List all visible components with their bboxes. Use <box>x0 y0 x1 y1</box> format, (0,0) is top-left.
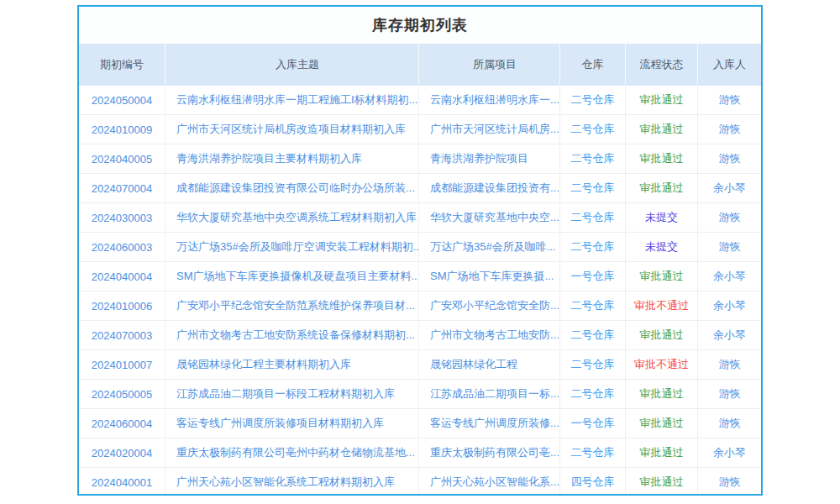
cell-project-link[interactable]: 广州天心苑小区智能化系... <box>419 468 560 496</box>
cell-project-link[interactable]: 成都能源建设集团投资有... <box>419 174 560 202</box>
cell-inbound-subject-link[interactable]: 云南水利枢纽潜明水库一期工程施工I标材料期初... <box>165 86 419 114</box>
cell-project-link[interactable]: 云南水利枢纽潜明水库一... <box>419 86 560 114</box>
table-row: 2024040001 广州天心苑小区智能化系统工程材料期初入库 广州天心苑小区智… <box>79 468 761 496</box>
header-inbound-subject: 入库主题 <box>165 44 419 86</box>
cell-flow-status: 审批通过 <box>626 144 698 173</box>
cell-warehouse: 二号仓库 <box>560 350 626 379</box>
cell-inbound-person: 游恢 <box>698 144 761 173</box>
cell-warehouse: 二号仓库 <box>560 144 626 173</box>
cell-inbound-person: 游恢 <box>698 203 761 232</box>
table-row: 2024070004 成都能源建设集团投资有限公司临时办公场所装... 成都能源… <box>79 174 761 203</box>
table-row: 2024060004 客运专线广州调度所装修项目材料期初入库 客运专线广州调度所… <box>79 409 761 438</box>
cell-initial-number-link[interactable]: 2024050004 <box>79 86 165 114</box>
cell-warehouse: 二号仓库 <box>560 174 626 202</box>
cell-project-link[interactable]: 客运专线广州调度所装修... <box>419 409 560 438</box>
cell-inbound-subject-link[interactable]: 客运专线广州调度所装修项目材料期初入库 <box>165 409 419 438</box>
cell-project-link[interactable]: 晟铭园林绿化工程 <box>419 350 560 379</box>
cell-flow-status: 未提交 <box>626 233 698 261</box>
cell-warehouse: 一号仓库 <box>560 262 626 291</box>
cell-initial-number-link[interactable]: 2024050005 <box>79 380 165 408</box>
cell-flow-status: 审批通过 <box>626 174 698 202</box>
cell-initial-number-link[interactable]: 2024070003 <box>79 321 165 349</box>
cell-inbound-person: 游恢 <box>698 409 761 438</box>
cell-warehouse: 二号仓库 <box>560 291 626 320</box>
cell-inbound-subject-link[interactable]: SM广场地下车库更换摄像机及硬盘项目主要材料... <box>165 262 419 291</box>
cell-flow-status: 审批通过 <box>626 262 698 291</box>
cell-flow-status: 审批不通过 <box>626 350 698 379</box>
cell-flow-status: 审批通过 <box>626 321 698 349</box>
cell-warehouse: 二号仓库 <box>560 380 626 408</box>
cell-inbound-subject-link[interactable]: 广州市天河区统计局机房改造项目材料期初入库 <box>165 115 419 144</box>
cell-warehouse: 二号仓库 <box>560 115 626 144</box>
cell-initial-number-link[interactable]: 2024020004 <box>79 438 165 467</box>
header-project: 所属项目 <box>419 44 560 86</box>
cell-inbound-person: 余小琴 <box>698 291 761 320</box>
cell-inbound-person: 游恢 <box>698 380 761 408</box>
cell-inbound-subject-link[interactable]: 成都能源建设集团投资有限公司临时办公场所装... <box>165 174 419 202</box>
cell-flow-status: 审批通过 <box>626 438 698 467</box>
cell-initial-number-link[interactable]: 2024040004 <box>79 262 165 291</box>
table-row: 2024030003 华软大厦研究基地中央空调系统工程材料期初入库 华软大厦研究… <box>79 203 761 233</box>
cell-inbound-subject-link[interactable]: 江苏成品油二期项目一标段工程材料期初入库 <box>165 380 419 408</box>
cell-flow-status: 审批通过 <box>626 115 698 144</box>
cell-inbound-person: 余小琴 <box>698 321 761 349</box>
table-row: 2024050005 江苏成品油二期项目一标段工程材料期初入库 江苏成品油二期项… <box>79 380 761 409</box>
cell-initial-number-link[interactable]: 2024040005 <box>79 144 165 173</box>
cell-inbound-subject-link[interactable]: 广州天心苑小区智能化系统工程材料期初入库 <box>165 468 419 496</box>
cell-inbound-subject-link[interactable]: 华软大厦研究基地中央空调系统工程材料期初入库 <box>165 203 419 232</box>
cell-initial-number-link[interactable]: 2024060004 <box>79 409 165 438</box>
cell-inbound-subject-link[interactable]: 晟铭园林绿化工程主要材料期初入库 <box>165 350 419 379</box>
cell-inbound-subject-link[interactable]: 广安邓小平纪念馆安全防范系统维护保养项目材... <box>165 291 419 320</box>
cell-inbound-subject-link[interactable]: 重庆太极制药有限公司亳州中药材仓储物流基地... <box>165 438 419 467</box>
header-initial-number: 期初编号 <box>79 44 165 86</box>
cell-initial-number-link[interactable]: 2024040001 <box>79 468 165 496</box>
cell-initial-number-link[interactable]: 2024010006 <box>79 291 165 320</box>
header-inbound-person: 入库人 <box>698 44 761 86</box>
cell-warehouse: 一号仓库 <box>560 409 626 438</box>
cell-flow-status: 审批通过 <box>626 380 698 408</box>
cell-warehouse: 二号仓库 <box>560 321 626 349</box>
table-row: 2024020004 重庆太极制药有限公司亳州中药材仓储物流基地... 重庆太极… <box>79 438 761 468</box>
cell-initial-number-link[interactable]: 2024010009 <box>79 115 165 144</box>
cell-project-link[interactable]: 青海洪湖养护院项目 <box>419 144 560 173</box>
cell-project-link[interactable]: 江苏成品油二期项目一标... <box>419 380 560 408</box>
cell-inbound-subject-link[interactable]: 青海洪湖养护院项目主要材料期初入库 <box>165 144 419 173</box>
cell-project-link[interactable]: 广州市文物考古工地安防... <box>419 321 560 349</box>
cell-initial-number-link[interactable]: 2024070004 <box>79 174 165 202</box>
table-row: 2024070003 广州市文物考古工地安防系统设备保修材料期初... 广州市文… <box>79 321 761 350</box>
cell-initial-number-link[interactable]: 2024030003 <box>79 203 165 232</box>
header-warehouse: 仓库 <box>560 44 626 86</box>
cell-inbound-subject-link[interactable]: 广州市文物考古工地安防系统设备保修材料期初... <box>165 321 419 349</box>
cell-initial-number-link[interactable]: 2024010007 <box>79 350 165 379</box>
cell-flow-status: 审批不通过 <box>626 291 698 320</box>
cell-project-link[interactable]: 广安邓小平纪念馆安全防... <box>419 291 560 320</box>
table-row: 2024040005 青海洪湖养护院项目主要材料期初入库 青海洪湖养护院项目 二… <box>79 144 761 174</box>
cell-project-link[interactable]: 广州市天河区统计局机房... <box>419 115 560 144</box>
cell-inbound-person: 余小琴 <box>698 174 761 202</box>
cell-project-link[interactable]: 万达广场35#会所及咖啡... <box>419 233 560 261</box>
inventory-table: 期初编号 入库主题 所属项目 仓库 流程状态 入库人 2024050004 云南… <box>79 44 761 496</box>
cell-flow-status: 审批通过 <box>626 409 698 438</box>
cell-initial-number-link[interactable]: 2024060003 <box>79 233 165 261</box>
cell-warehouse: 二号仓库 <box>560 203 626 232</box>
table-header-row: 期初编号 入库主题 所属项目 仓库 流程状态 入库人 <box>79 44 761 86</box>
header-flow-status: 流程状态 <box>626 44 698 86</box>
cell-inbound-subject-link[interactable]: 万达广场35#会所及咖啡厅空调安装工程材料期初... <box>165 233 419 261</box>
cell-flow-status: 审批通过 <box>626 468 698 496</box>
cell-warehouse: 二号仓库 <box>560 233 626 261</box>
cell-warehouse: 四号仓库 <box>560 468 626 496</box>
table-row: 2024010007 晟铭园林绿化工程主要材料期初入库 晟铭园林绿化工程 二号仓… <box>79 350 761 380</box>
inventory-panel: 库存期初列表 期初编号 入库主题 所属项目 仓库 流程状态 入库人 202405… <box>77 5 763 496</box>
cell-inbound-person: 余小琴 <box>698 438 761 467</box>
cell-flow-status: 未提交 <box>626 203 698 232</box>
table-row: 2024010009 广州市天河区统计局机房改造项目材料期初入库 广州市天河区统… <box>79 115 761 144</box>
cell-project-link[interactable]: 华软大厦研究基地中央空... <box>419 203 560 232</box>
cell-project-link[interactable]: SM广场地下车库更换摄... <box>419 262 560 291</box>
page-title: 库存期初列表 <box>79 7 761 44</box>
cell-inbound-person: 游恢 <box>698 233 761 261</box>
cell-warehouse: 二号仓库 <box>560 438 626 467</box>
cell-inbound-person: 余小琴 <box>698 262 761 291</box>
cell-warehouse: 二号仓库 <box>560 86 626 114</box>
cell-project-link[interactable]: 重庆太极制药有限公司亳... <box>419 438 560 467</box>
table-row: 2024060003 万达广场35#会所及咖啡厅空调安装工程材料期初... 万达… <box>79 233 761 262</box>
